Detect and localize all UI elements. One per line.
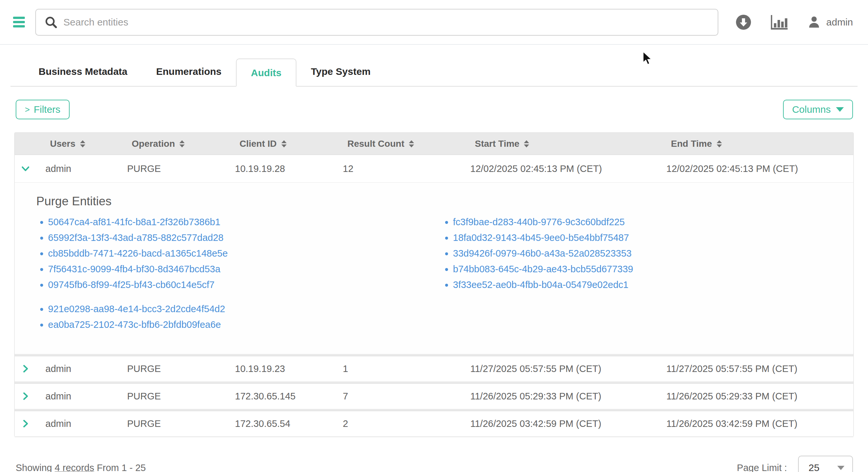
cell-end-time: 11/26/2025 03:42:59 PM (CET) <box>657 418 853 429</box>
header-cell-client-id[interactable]: Client ID <box>226 138 334 149</box>
page-limit-label: Page Limit : <box>737 463 787 472</box>
tab-audits[interactable]: Audits <box>236 59 297 87</box>
entity-guid-list: 921e0298-aa98-4e14-bcc3-2d2cde4f54d2 ea0… <box>36 304 840 330</box>
table-header: Users Operation Client ID Result Count S… <box>15 133 853 155</box>
caret-down-icon <box>836 107 844 112</box>
cell-result-count: 12 <box>334 163 461 174</box>
entity-guid-link[interactable]: 33d9426f-0979-46b0-a43a-52a028523353 <box>453 248 633 259</box>
statistics-button[interactable] <box>771 14 788 30</box>
cell-client-id: 172.30.65.145 <box>226 391 334 402</box>
audit-row[interactable]: admin PURGE 172.30.65.145 7 11/26/2025 0… <box>15 381 853 409</box>
page-limit-value: 25 <box>808 462 819 472</box>
top-navbar: admin <box>0 0 868 45</box>
download-button[interactable] <box>735 14 752 30</box>
cell-operation: PURGE <box>118 391 226 402</box>
entity-guid-link[interactable]: 3f33ee52-ae0b-4fbb-b04a-05479e02edc1 <box>453 280 633 290</box>
header-cell-users[interactable]: Users <box>36 138 118 149</box>
cell-end-time: 11/27/2025 05:57:55 PM (CET) <box>657 364 853 374</box>
tab-enumerations[interactable]: Enumerations <box>142 58 236 86</box>
cell-start-time: 11/26/2025 05:29:33 PM (CET) <box>461 391 657 402</box>
chevron-down-icon <box>20 163 31 174</box>
entity-guid-list: 50647ca4-af81-41fc-b8a1-2f326b7386b1 659… <box>36 217 441 295</box>
columns-button[interactable]: Columns <box>783 100 853 119</box>
chevron-right-icon <box>20 418 31 429</box>
entity-guid-link[interactable]: b74bb083-645c-4b29-ae43-bcb55d677339 <box>453 264 633 275</box>
cell-result-count: 1 <box>334 364 461 374</box>
cell-client-id: 10.19.19.28 <box>226 163 334 174</box>
cell-start-time: 12/02/2025 02:45:13 PM (CET) <box>461 163 657 174</box>
detail-title: Purge Entities <box>36 194 840 208</box>
sort-icon <box>717 140 722 148</box>
cell-start-time: 11/27/2025 05:57:55 PM (CET) <box>461 364 657 374</box>
menu-bar <box>13 21 25 23</box>
entity-guid-link[interactable]: 18fa0d32-9143-4b45-9ee0-b5e4bbf75487 <box>453 232 633 243</box>
cell-operation: PURGE <box>118 364 226 374</box>
sort-icon <box>409 140 414 148</box>
row-expander[interactable] <box>15 163 36 174</box>
audits-page: > Filters Columns Users Operation Client… <box>0 100 868 472</box>
audit-row[interactable]: admin PURGE 10.19.19.28 12 12/02/2025 02… <box>15 155 853 182</box>
header-cell-operation[interactable]: Operation <box>118 138 226 149</box>
user-menu[interactable]: admin <box>807 15 853 29</box>
entity-guid-columns: 50647ca4-af81-41fc-b8a1-2f326b7386b1 659… <box>36 217 840 295</box>
page-limit: Page Limit : 25 <box>737 455 853 472</box>
row-expander[interactable] <box>15 418 36 429</box>
audit-row[interactable]: admin PURGE 172.30.65.54 2 11/26/2025 03… <box>15 409 853 436</box>
entity-guid-link[interactable]: 921e0298-aa98-4e14-bcc3-2d2cde4f54d2 <box>48 304 840 314</box>
cell-end-time: 12/02/2025 02:45:13 PM (CET) <box>657 163 853 174</box>
cell-user: admin <box>36 418 118 429</box>
showing-text: Showing 4 records From 1 - 25 <box>16 463 146 472</box>
audits-table: Users Operation Client ID Result Count S… <box>14 132 854 437</box>
purge-detail-panel: Purge Entities 50647ca4-af81-41fc-b8a1-2… <box>15 182 853 354</box>
columns-label: Columns <box>792 104 831 115</box>
menu-bar <box>13 17 25 19</box>
bar-chart-icon <box>771 14 788 30</box>
entity-guid-link[interactable]: 09745fb6-8f99-4f25-bf43-cb60c14e5cf7 <box>48 280 441 290</box>
sort-icon <box>80 140 85 148</box>
toolbar: > Filters Columns <box>10 100 858 119</box>
page-limit-select[interactable]: 25 <box>798 455 853 472</box>
cell-client-id: 172.30.65.54 <box>226 418 334 429</box>
cell-user: admin <box>36 364 118 374</box>
entity-guid-link[interactable]: fc3f9bae-d283-440b-9776-9c3c60bdf225 <box>453 217 633 227</box>
header-cell-start-time[interactable]: Start Time <box>461 138 657 149</box>
search-box <box>35 9 718 36</box>
cell-client-id: 10.19.19.23 <box>226 364 334 374</box>
row-expander[interactable] <box>15 391 36 401</box>
user-icon <box>807 15 821 29</box>
filters-button[interactable]: > Filters <box>16 100 70 119</box>
cell-operation: PURGE <box>118 418 226 429</box>
table-footer: Showing 4 records From 1 - 25 Page Limit… <box>10 455 858 472</box>
download-circle-icon <box>735 14 752 30</box>
row-expander[interactable] <box>15 364 36 374</box>
entity-guid-link[interactable]: cb85bddb-7471-4226-bacd-a1365c148e5e <box>48 248 441 259</box>
entity-guid-list: fc3f9bae-d283-440b-9776-9c3c60bdf225 18f… <box>441 217 633 295</box>
header-cell-end-time[interactable]: End Time <box>657 138 853 149</box>
cell-result-count: 7 <box>334 391 461 402</box>
search-input[interactable] <box>35 9 718 36</box>
chevron-right-icon: > <box>25 105 30 114</box>
tabs-bar: Business Metadata Enumerations Audits Ty… <box>10 58 858 87</box>
chevron-right-icon <box>20 364 31 374</box>
cell-result-count: 2 <box>334 418 461 429</box>
menu-icon[interactable] <box>13 17 25 27</box>
sort-icon <box>281 140 287 148</box>
entity-guid-link[interactable]: 50647ca4-af81-41fc-b8a1-2f326b7386b1 <box>48 217 441 227</box>
range-text: From 1 - 25 <box>97 463 146 472</box>
records-count-link[interactable]: 4 records <box>55 463 94 472</box>
cell-user: admin <box>36 163 118 174</box>
cell-start-time: 11/26/2025 03:42:59 PM (CET) <box>461 418 657 429</box>
cell-user: admin <box>36 391 118 402</box>
entity-guid-link[interactable]: ea0ba725-2102-473c-bfb6-2bfdb09fea6e <box>48 319 840 330</box>
tab-type-system[interactable]: Type System <box>297 58 385 86</box>
navbar-actions: admin <box>735 14 856 30</box>
entity-guid-link[interactable]: 7f56431c-9099-4fb4-bf30-8d3467bcd53a <box>48 264 441 275</box>
entity-guid-link[interactable]: 65992f3a-13f3-43ad-a785-882c577dad28 <box>48 232 441 243</box>
tab-business-metadata[interactable]: Business Metadata <box>24 58 142 86</box>
caret-down-icon <box>837 466 844 470</box>
username-label: admin <box>826 17 853 28</box>
sort-icon <box>524 140 529 148</box>
chevron-right-icon <box>20 391 31 401</box>
header-cell-result-count[interactable]: Result Count <box>334 138 461 149</box>
audit-row[interactable]: admin PURGE 10.19.19.23 1 11/27/2025 05:… <box>15 354 853 381</box>
